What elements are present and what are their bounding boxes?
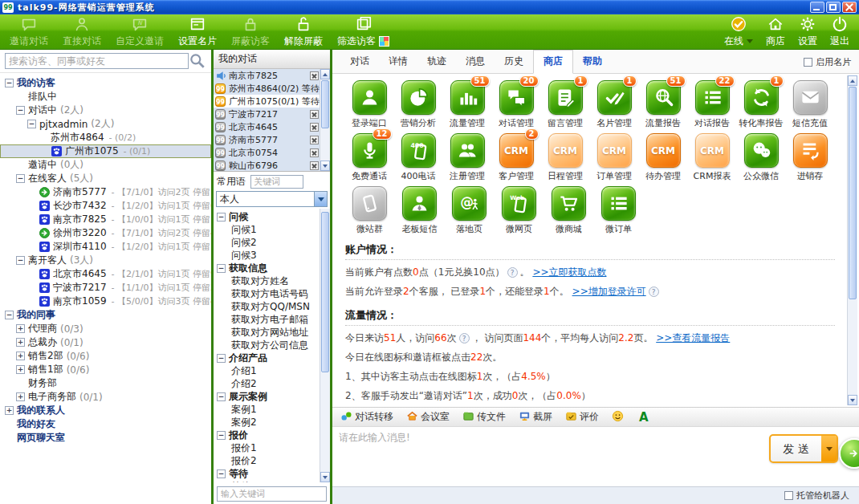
phrase-group[interactable]: −介绍产品	[217, 352, 320, 364]
app-tile[interactable]: 1转化率报告	[737, 80, 785, 129]
app-tile[interactable]: 微站群	[345, 186, 394, 235]
scrollbar-thumb[interactable]	[321, 80, 329, 128]
phrase-item[interactable]: 问候2	[217, 236, 320, 249]
conversation-item[interactable]: 99北京市4645	[214, 120, 320, 133]
tree-item[interactable]: 宁波市7217- 【1/1/0】访问1页 停留2分..	[0, 281, 211, 295]
phrase-item[interactable]: 案例2	[217, 416, 320, 429]
close-icon[interactable]	[310, 123, 319, 132]
pen-tile-icon[interactable]: 1	[597, 80, 632, 115]
search-input[interactable]	[5, 53, 189, 69]
close-icon[interactable]	[310, 161, 319, 170]
phrase-item[interactable]: 报价1	[217, 441, 320, 454]
send-options-icon[interactable]	[821, 436, 837, 461]
tree-expander-icon[interactable]: −	[217, 392, 226, 401]
phrase-scrollbar[interactable]	[320, 209, 330, 482]
webphone-tile-icon[interactable]: Web	[502, 186, 536, 221]
tree-item[interactable]: 邀请中(0人)	[0, 158, 211, 172]
link[interactable]: >>立即获取点数	[532, 266, 606, 278]
tree-item[interactable]: −对话中(2人)	[0, 104, 211, 117]
tree-item[interactable]: −我的访客	[0, 76, 211, 90]
tree-expander-icon[interactable]: +	[16, 324, 25, 333]
wechat-tile-icon[interactable]	[744, 133, 779, 168]
robot-checkbox[interactable]: 托管给机器人	[784, 490, 849, 502]
send-button[interactable]: 发 送	[769, 434, 838, 463]
tab-轨迹[interactable]: 轨迹	[417, 51, 456, 73]
close-icon[interactable]	[310, 110, 319, 119]
link[interactable]: >>增加登录许可	[572, 286, 646, 297]
tree-item[interactable]: −我的同事	[0, 308, 211, 322]
tree-item[interactable]: 南京市1059- 【5/0/0】访问3页 停留4分..	[0, 295, 211, 308]
toolbar-exit[interactable]: 退出	[830, 15, 849, 48]
tree-item[interactable]: +我的联系人	[0, 404, 211, 417]
refresh-tile-icon[interactable]: 1	[744, 80, 779, 115]
app-tile[interactable]: CRM日程管理	[541, 133, 589, 182]
toolbar-custom-invite[interactable]: N自定义邀请	[116, 15, 164, 48]
app-tile[interactable]: 20对话管理	[492, 80, 540, 129]
checkbox-icon[interactable]	[784, 491, 793, 500]
crm-tile-icon[interactable]: CRM	[646, 133, 681, 168]
phrases-tab[interactable]: 常用语	[217, 175, 246, 189]
tree-item[interactable]: 长沙市7432- 【1/2/0】访问1页 停留66...	[0, 199, 211, 213]
close-icon[interactable]	[310, 148, 319, 157]
phrase-owner-select[interactable]: 本人	[216, 191, 328, 207]
chattool-transfer[interactable]: 对话转移	[340, 410, 393, 425]
phrase-group[interactable]: −问候	[217, 210, 320, 223]
tab-历史[interactable]: 历史	[495, 51, 533, 73]
app-tile[interactable]: 1名片管理	[590, 80, 638, 129]
tree-item[interactable]: 财务部	[0, 376, 211, 390]
phrase-group[interactable]: −等待	[217, 467, 320, 480]
search-icon[interactable]	[189, 53, 206, 69]
orderlist-tile-icon[interactable]	[601, 186, 636, 221]
phone-tile-icon[interactable]	[352, 186, 387, 221]
app-tile[interactable]: 短信充值	[786, 80, 834, 129]
tree-item[interactable]: +电子商务部(0/1)	[0, 390, 211, 404]
minimize-button[interactable]	[810, 2, 824, 13]
tab-商店[interactable]: 商店	[533, 50, 573, 74]
scroll-up-icon[interactable]	[320, 69, 330, 79]
toolbar-shop[interactable]: 商店	[766, 15, 785, 48]
crm-tile-icon[interactable]: CRM2	[499, 133, 534, 168]
tab-帮助[interactable]: 帮助	[573, 51, 612, 73]
app-tile[interactable]: 进销存	[786, 133, 834, 182]
app-tile[interactable]: 400400电话	[394, 133, 442, 182]
tree-item[interactable]: 徐州市3220- 【7/1/0】访问2页 停留45...	[0, 226, 211, 240]
help-icon[interactable]: ?	[459, 333, 470, 343]
phrase-group[interactable]: −报价	[217, 429, 320, 441]
phrase-keyword-input[interactable]	[250, 175, 303, 189]
app-tile[interactable]: CRM待办管理	[639, 133, 687, 182]
tree-item[interactable]: 广州市1075- (0/1)	[0, 144, 211, 158]
toolbar-unblock-visitor[interactable]: 解除屏蔽	[284, 15, 323, 48]
phrase-item[interactable]: 报价2	[217, 454, 320, 467]
app-tile[interactable]: 22对话报告	[688, 80, 736, 129]
tree-item[interactable]: 北京市4645- 【2/1/0】访问1页 停留9分..	[0, 267, 211, 281]
tree-item[interactable]: 排队中	[0, 90, 211, 104]
chat-tile-icon[interactable]: 20	[499, 80, 534, 115]
toolbar-set-card[interactable]: 设置名片	[178, 15, 217, 48]
cart-tile-icon[interactable]	[552, 186, 586, 221]
boss-tile-icon[interactable]	[402, 186, 437, 221]
tree-expander-icon[interactable]: −	[217, 431, 226, 440]
app-tile[interactable]: CRM2客户管理	[492, 133, 540, 182]
keyword-input[interactable]	[217, 486, 327, 502]
mail-tile-icon[interactable]	[793, 80, 828, 115]
chattool-smiley[interactable]	[612, 410, 626, 425]
app-tile[interactable]: 公众微信	[737, 133, 785, 182]
phrase-item[interactable]: 获取对方电子邮箱	[217, 313, 320, 326]
conversation-item[interactable]: 99济南市5777	[214, 133, 320, 146]
tab-详情[interactable]: 详情	[379, 51, 417, 73]
phrase-item[interactable]: 问候1	[217, 223, 320, 236]
toolbar-settings[interactable]: 设置	[798, 15, 817, 48]
app-tile[interactable]: 1留言管理	[541, 80, 589, 129]
tree-expander-icon[interactable]: −	[5, 79, 14, 87]
link[interactable]: >>查看流量报告	[656, 332, 730, 343]
person-tile-icon[interactable]	[352, 80, 387, 115]
tree-item[interactable]: +销售2部(0/6)	[0, 349, 211, 363]
app-tile[interactable]: Web微网页	[495, 186, 543, 235]
at-tile-icon[interactable]: @	[452, 186, 486, 221]
phrase-group[interactable]: −获取信息	[217, 262, 320, 274]
tree-item[interactable]: +总裁办(0/1)	[0, 335, 211, 349]
content-scrollbar[interactable]	[847, 75, 857, 405]
scrollbar-thumb[interactable]	[321, 212, 329, 372]
app-tile[interactable]: 12免费通话	[345, 133, 393, 182]
phrase-group[interactable]: −展示案例	[217, 390, 320, 403]
